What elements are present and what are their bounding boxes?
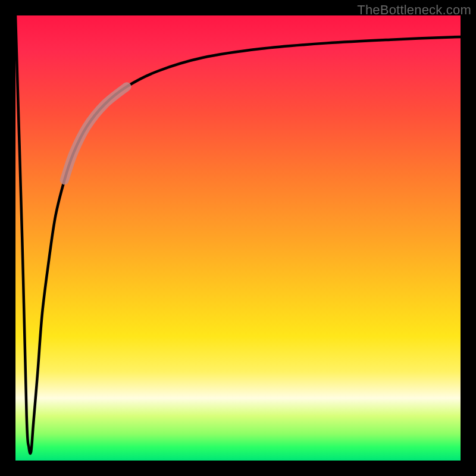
plot-area — [15, 15, 461, 461]
bottleneck-curve — [15, 15, 461, 453]
bottleneck-curve-svg — [15, 15, 461, 461]
watermark-text: TheBottleneck.com — [357, 2, 471, 18]
chart-frame: TheBottleneck.com — [0, 0, 476, 476]
highlight-segment — [64, 87, 127, 180]
bottleneck-curve-path — [15, 15, 461, 453]
